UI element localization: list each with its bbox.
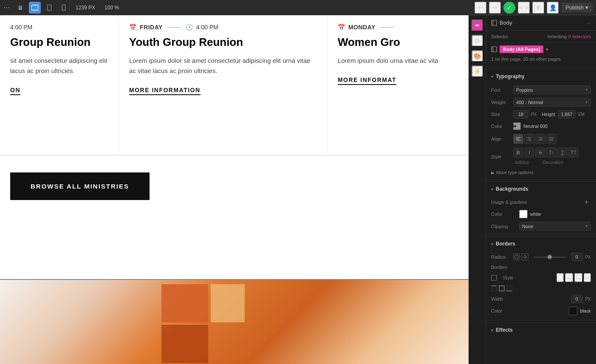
tablet-view-btn[interactable] (43, 2, 55, 14)
meta-divider-3 (381, 27, 393, 28)
lightning-tool-btn[interactable]: ⚡ (472, 65, 483, 77)
size-input[interactable] (513, 110, 528, 119)
border-style-dashed-btn[interactable]: - - (574, 273, 582, 282)
event-time-2: 4:00 PM (196, 24, 218, 31)
publish-btn[interactable]: Publish ▾ (561, 3, 593, 12)
font-label: Font (491, 87, 511, 93)
bg-color-value: white (530, 212, 541, 217)
panel-options-btn[interactable]: ··· (587, 20, 591, 26)
svg-point-3 (49, 9, 49, 10)
code-btn[interactable]: < > (518, 2, 530, 14)
height-input[interactable] (558, 110, 576, 119)
event-card-3: 📅 MONDAY Women Gro Lorem ipsum dolo urna… (328, 15, 469, 155)
border-style-solid-btn[interactable]: — (565, 273, 573, 282)
radius-slider[interactable] (534, 257, 566, 258)
underline-btn[interactable]: T (557, 147, 568, 158)
border-style-dotted-btn[interactable]: ··· (584, 273, 591, 282)
bg-color-swatch[interactable] (519, 210, 528, 218)
event-link-2[interactable]: MORE INFORMATION (129, 87, 201, 95)
svg-rect-8 (491, 47, 497, 52)
selector-row: Selector Inheriting 0 selectors (486, 31, 596, 43)
color-input-group: Neutral 600 (513, 122, 591, 130)
border-width-row: Width PX (491, 293, 591, 305)
share-btn[interactable]: ⬆ (532, 2, 544, 14)
weight-dropdown[interactable]: 400 - Normal ▾ (513, 98, 591, 107)
image-gradient-row: Image & gradient + (486, 196, 596, 208)
mobile-view-btn[interactable] (58, 2, 70, 14)
strikethrough-btn[interactable]: S (535, 147, 545, 158)
bg-color-row: Color white (486, 208, 596, 220)
uppercase-btn[interactable]: TT (568, 147, 579, 158)
divider-3 (486, 234, 596, 234)
event-day-3: MONDAY (348, 24, 376, 31)
radius-inner-icon[interactable] (522, 254, 528, 260)
tablet-landscape-view-btn[interactable] (29, 2, 41, 14)
event-link-3[interactable]: MORE INFORMAT (338, 76, 396, 85)
redo-btn[interactable]: ↪ (489, 2, 501, 14)
border-bottom-icon[interactable] (506, 285, 512, 291)
superscript-btn[interactable]: T↑ (546, 147, 556, 158)
align-left-btn[interactable] (513, 134, 523, 144)
border-all-icon[interactable] (491, 275, 497, 281)
style-row: Style B I S T↑ T TT Italicize Decoration (486, 146, 596, 167)
radius-unit: PX (585, 255, 591, 260)
shape-block-1 (161, 284, 208, 322)
italicize-label: Italicize (515, 159, 529, 166)
clipping-dropdown[interactable]: None ▾ (519, 222, 591, 231)
radius-label: Radius (491, 254, 511, 260)
align-center-btn[interactable] (524, 134, 534, 144)
border-color-row: Color black (491, 305, 591, 317)
inherit-text: Inheriting (548, 34, 567, 39)
align-justify-btn[interactable] (546, 134, 556, 144)
font-value: Poppins (516, 87, 533, 93)
radius-all-icon[interactable] (513, 254, 520, 260)
events-row: 4:00 PM Group Reunion sit amet consectet… (0, 15, 469, 155)
svg-point-23 (524, 256, 526, 258)
decoration-label: Decoration (542, 159, 563, 166)
backgrounds-section-header[interactable]: ▾ Backgrounds (486, 181, 596, 196)
border-full-icon[interactable] (499, 285, 505, 291)
desktop-view-btn[interactable]: 🖥 (14, 2, 26, 14)
effects-section-header[interactable]: ▾ Effects (486, 322, 596, 337)
user-btn[interactable]: 👤 (547, 2, 559, 14)
border-color-swatch[interactable] (569, 307, 577, 315)
color-swatch-typography[interactable] (513, 122, 521, 130)
body-badge[interactable]: Body (All Pages) (500, 45, 543, 53)
radius-input[interactable] (571, 253, 583, 261)
toolbar: ⋯ 🖥 1239 PX 100 % ↩ ↪ ✓ < > ⬆ 👤 Publish … (0, 0, 596, 15)
svg-point-1 (37, 7, 38, 8)
font-dropdown[interactable]: Poppins ▾ (513, 85, 591, 94)
bold-btn[interactable]: B (513, 147, 523, 158)
typography-section-header[interactable]: ▾ Typography (486, 69, 596, 84)
more-type-options-row[interactable]: ▶ More type options (486, 167, 596, 178)
radius-slider-thumb[interactable] (548, 255, 552, 259)
status-check-icon: ✓ (503, 2, 515, 14)
svg-point-5 (64, 10, 64, 10)
border-width-input[interactable] (571, 295, 583, 303)
typography-label: Typography (496, 73, 525, 79)
event-title-3: Women Gro (338, 36, 458, 49)
color-label: Color (491, 124, 511, 129)
undo-btn[interactable]: ↩ (475, 2, 486, 14)
divider-2 (486, 179, 596, 180)
svg-rect-0 (31, 5, 38, 10)
align-right-btn[interactable] (535, 134, 545, 144)
selector-label: Selector (491, 34, 508, 39)
style-labels-row: Italicize Decoration (513, 159, 591, 166)
more-options-arrow-icon: ▶ (491, 170, 494, 175)
color-row: Color Neutral 600 (486, 120, 596, 132)
paint-tool-btn[interactable]: 🎨 (472, 50, 483, 62)
add-image-gradient-btn[interactable]: + (582, 198, 591, 206)
browse-all-ministries-btn[interactable]: BROWSE ALL MINISTRIES (10, 172, 150, 200)
size-unit: PX (531, 112, 537, 117)
border-top-icon[interactable] (491, 285, 497, 291)
border-style-x-btn[interactable]: ✕ (556, 273, 564, 282)
svg-rect-27 (499, 286, 504, 291)
pen-tool-btn[interactable]: ✒ (472, 20, 483, 31)
border-position-icons (491, 285, 591, 291)
gear-tool-btn[interactable]: ⚙ (472, 35, 483, 47)
borders-section-header[interactable]: ▾ Borders (486, 236, 596, 251)
italic-btn[interactable]: I (524, 147, 534, 158)
inherit-link[interactable]: 0 selectors (568, 34, 591, 39)
event-link-1[interactable]: ON (10, 87, 20, 95)
